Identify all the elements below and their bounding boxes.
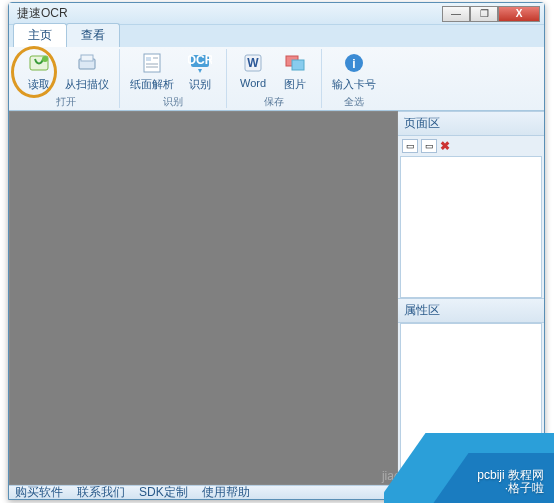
close-button[interactable]: X [498, 6, 540, 22]
side-panels: 页面区 ▭ ▭ ✖ 属性区 [398, 111, 544, 485]
svg-rect-3 [81, 55, 93, 61]
parse-icon [140, 51, 164, 75]
ocr-icon: OCR [188, 51, 212, 75]
svg-rect-4 [144, 54, 160, 72]
scanner-icon [75, 51, 99, 75]
save-group-label: 保存 [264, 94, 284, 110]
window-title: 捷速OCR [13, 5, 442, 22]
read-label: 读取 [28, 77, 50, 92]
ribbon-group-global: i 输入卡号 全选 [322, 49, 386, 108]
properties-panel: 属性区 [398, 298, 544, 485]
svg-rect-14 [292, 60, 304, 70]
word-button[interactable]: W Word [233, 49, 273, 94]
maximize-button[interactable]: ❐ [470, 6, 498, 22]
scanner-label: 从扫描仪 [65, 77, 109, 92]
tab-strip: 主页 查看 [9, 25, 544, 47]
global-group-label: 全选 [344, 94, 364, 110]
recognize-group-label: 识别 [163, 94, 183, 110]
status-sdk[interactable]: SDK定制 [139, 484, 188, 501]
scanner-button[interactable]: 从扫描仪 [61, 49, 113, 94]
svg-text:OCR: OCR [188, 53, 212, 67]
status-contact[interactable]: 联系我们 [77, 484, 125, 501]
open-group-label: 打开 [56, 94, 76, 110]
status-bar: 购买软件 联系我们 SDK定制 使用帮助 [9, 485, 544, 499]
svg-rect-5 [146, 57, 151, 61]
image-icon [283, 51, 307, 75]
properties-panel-title: 属性区 [398, 298, 544, 323]
read-icon [27, 51, 51, 75]
pages-panel-title: 页面区 [398, 111, 544, 136]
app-window: 捷速OCR — ❐ X 主页 查看 读取 从扫描仪 打开 [8, 2, 545, 500]
page-thumb-2-icon[interactable]: ▭ [421, 139, 437, 153]
tab-view[interactable]: 查看 [66, 23, 120, 47]
window-controls: — ❐ X [442, 6, 540, 22]
ribbon-group-recognize: 纸面解析 OCR 识别 识别 [120, 49, 227, 108]
ocr-button[interactable]: OCR 识别 [180, 49, 220, 94]
page-thumb-1-icon[interactable]: ▭ [402, 139, 418, 153]
status-help[interactable]: 使用帮助 [202, 484, 250, 501]
info-icon: i [342, 51, 366, 75]
svg-text:W: W [247, 56, 259, 70]
pages-toolbar: ▭ ▭ ✖ [398, 136, 544, 156]
ribbon: 读取 从扫描仪 打开 纸面解析 OCR 识别 识别 [9, 47, 544, 111]
ocr-label: 识别 [189, 77, 211, 92]
delete-page-icon[interactable]: ✖ [440, 139, 450, 153]
svg-point-1 [42, 56, 48, 62]
pages-list[interactable] [400, 156, 542, 298]
card-label: 输入卡号 [332, 77, 376, 92]
image-button[interactable]: 图片 [275, 49, 315, 94]
ribbon-group-save: W Word 图片 保存 [227, 49, 322, 108]
word-icon: W [241, 51, 265, 75]
parse-button[interactable]: 纸面解析 [126, 49, 178, 94]
canvas-area[interactable] [9, 111, 398, 485]
image-label: 图片 [284, 77, 306, 92]
properties-body[interactable] [400, 323, 542, 485]
titlebar[interactable]: 捷速OCR — ❐ X [9, 3, 544, 25]
card-button[interactable]: i 输入卡号 [328, 49, 380, 94]
svg-text:i: i [352, 57, 355, 71]
pages-panel: 页面区 ▭ ▭ ✖ [398, 111, 544, 298]
content-area: 页面区 ▭ ▭ ✖ 属性区 [9, 111, 544, 485]
read-button[interactable]: 读取 [19, 49, 59, 94]
tab-main[interactable]: 主页 [13, 23, 67, 47]
minimize-button[interactable]: — [442, 6, 470, 22]
ribbon-group-open: 读取 从扫描仪 打开 [13, 49, 120, 108]
word-label: Word [240, 77, 266, 89]
parse-label: 纸面解析 [130, 77, 174, 92]
status-buy[interactable]: 购买软件 [15, 484, 63, 501]
